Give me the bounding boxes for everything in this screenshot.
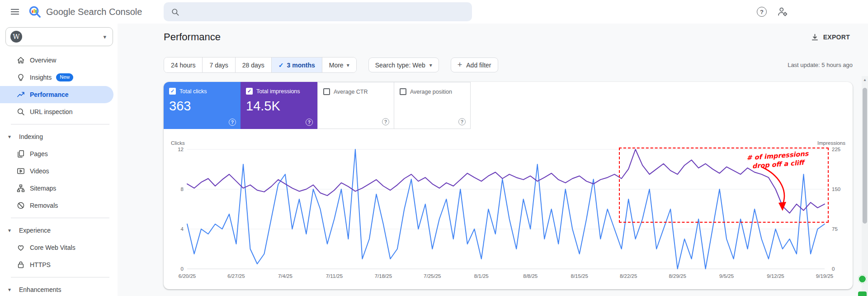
scroll-up-arrow-icon[interactable]: ▲ [862, 78, 868, 82]
search-icon [171, 8, 179, 16]
help-icon[interactable]: ? [382, 118, 389, 125]
divider [11, 218, 109, 218]
scrollbar-thumb[interactable] [863, 88, 867, 224]
svg-text:225: 225 [832, 147, 840, 152]
svg-text:Clicks: Clicks [171, 140, 185, 146]
sidebar-section-label: Enhancements [19, 286, 61, 293]
sidebar-item-pages[interactable]: Pages [0, 145, 113, 162]
svg-text:8/15/25: 8/15/25 [571, 273, 588, 279]
sidebar-item-videos[interactable]: Videos [0, 162, 113, 180]
chevron-down-icon: ▾ [8, 227, 14, 234]
more-ranges-button[interactable]: More ▾ [322, 57, 356, 72]
svg-text:8/29/25: 8/29/25 [669, 273, 686, 279]
range-chip-24-hours[interactable]: ✓ 24 hours [164, 57, 203, 72]
sidebar-item-removals[interactable]: Removals [0, 197, 113, 214]
svg-text:9/5/25: 9/5/25 [719, 273, 734, 279]
svg-text:150: 150 [832, 186, 840, 192]
property-selector[interactable]: W ▾ [5, 27, 113, 46]
export-button[interactable]: EXPORT [808, 33, 853, 42]
export-label: EXPORT [823, 33, 850, 41]
svg-text:12: 12 [178, 147, 184, 152]
sidebar-item-core-web-vitals[interactable]: Core Web Vitals [0, 239, 113, 256]
title-row: Performance EXPORT [164, 31, 853, 43]
sidebar-item-label: HTTPS [30, 261, 51, 268]
svg-text:4: 4 [181, 226, 184, 232]
sidebar-item-insights[interactable]: Insights New [0, 69, 113, 86]
checkbox-checked-icon[interactable]: ✓ [169, 88, 176, 95]
sidebar-nav: Overview Insights New Performance URL in… [0, 52, 118, 296]
pages-icon [16, 149, 25, 158]
extension-badge-icon[interactable] [858, 275, 867, 283]
svg-text:6/20/25: 6/20/25 [179, 273, 196, 279]
app-logo: Google Search Console [28, 5, 142, 19]
video-icon [16, 167, 25, 176]
plus-icon: + [458, 61, 462, 69]
svg-text:Impressions: Impressions [817, 140, 845, 146]
svg-text:9/12/25: 9/12/25 [767, 273, 784, 279]
date-range-group: ✓ 24 hours ✓ 7 days ✓ 28 days ✓ 3 months [164, 57, 357, 73]
add-filter-button[interactable]: + Add filter [451, 57, 498, 72]
hamburger-menu-button[interactable] [9, 6, 21, 18]
divider [11, 124, 109, 124]
sidebar-item-sitemaps[interactable]: Sitemaps [0, 180, 113, 197]
range-chip-3-months[interactable]: ✓ 3 months [272, 57, 322, 72]
sidebar-item-overview[interactable]: Overview [0, 52, 113, 69]
help-icon: ? [757, 7, 767, 17]
metric-value: 14.5K [246, 99, 312, 114]
metric-label: Total impressions [256, 88, 300, 95]
last-update-text: Last update: 5 hours ago [788, 62, 853, 68]
svg-text:7/11/25: 7/11/25 [326, 273, 343, 279]
svg-text:9/19/25: 9/19/25 [816, 273, 833, 279]
metric-label: Average position [410, 89, 452, 95]
chevron-down-icon: ▾ [8, 286, 14, 293]
metric-card-total-impressions[interactable]: ✓ Total impressions 14.5K ? [241, 82, 317, 129]
chevron-down-icon: ▾ [8, 134, 14, 140]
trending-up-icon [16, 90, 25, 99]
metric-card-total-clicks[interactable]: ✓ Total clicks 363 ? [164, 82, 241, 129]
checkbox-checked-icon[interactable]: ✓ [246, 88, 253, 95]
download-icon [811, 33, 819, 42]
sidebar-item-performance[interactable]: Performance [0, 86, 113, 103]
sidebar-section-label: Indexing [19, 133, 43, 140]
search-input[interactable] [185, 8, 465, 16]
user-settings-icon [777, 6, 788, 18]
help-button[interactable]: ? [757, 7, 767, 17]
search-type-dropdown[interactable]: Search type: Web ▾ [368, 57, 439, 72]
sidebar-item-https[interactable]: HTTPS [0, 256, 113, 273]
help-icon[interactable]: ? [229, 119, 236, 126]
svg-text:8/1/25: 8/1/25 [474, 273, 489, 279]
metric-card-average-ctr[interactable]: Average CTR ? [317, 82, 394, 129]
extension-badge-icon[interactable] [858, 291, 867, 296]
metric-card-average-position[interactable]: Average position ? [394, 82, 471, 129]
body-row: W ▾ Overview Insights New Performance [0, 24, 868, 296]
svg-text:6/27/25: 6/27/25 [227, 273, 245, 279]
hamburger-icon [10, 7, 20, 17]
sidebar-item-label: Videos [30, 167, 49, 175]
sidebar-item-url-inspection[interactable]: URL inspection [0, 103, 113, 120]
range-chip-7-days[interactable]: ✓ 7 days [203, 57, 235, 72]
vertical-scrollbar[interactable]: ▲ [862, 76, 868, 296]
performance-panel: ✓ Total clicks 363 ? ✓ Total impressions… [164, 82, 853, 289]
check-icon: ✓ [278, 62, 284, 69]
sidebar-item-label: Overview [30, 57, 56, 64]
wordpress-logo-icon: W [10, 31, 22, 43]
user-settings-button[interactable] [777, 6, 788, 18]
sidebar-section-enhancements[interactable]: ▾ Enhancements [0, 281, 118, 296]
lightbulb-icon [16, 73, 25, 82]
sidebar-section-label: Experience [19, 227, 51, 234]
home-icon [16, 56, 25, 65]
main-content: Performance EXPORT ✓ 24 hours ✓ 7 days [118, 24, 868, 296]
svg-text:7/25/25: 7/25/25 [424, 273, 441, 279]
help-icon[interactable]: ? [306, 119, 313, 126]
sidebar-section-experience[interactable]: ▾ Experience [0, 222, 118, 239]
help-icon[interactable]: ? [458, 118, 466, 125]
filter-row: ✓ 24 hours ✓ 7 days ✓ 28 days ✓ 3 months [164, 57, 853, 73]
sidebar-item-label: URL inspection [30, 108, 72, 115]
checkbox-unchecked-icon[interactable] [400, 88, 406, 95]
sidebar-section-indexing[interactable]: ▾ Indexing [0, 128, 118, 145]
global-search-bar[interactable] [164, 2, 472, 21]
top-bar: Google Search Console ? [0, 0, 868, 24]
checkbox-unchecked-icon[interactable] [323, 88, 330, 95]
range-chip-28-days[interactable]: ✓ 28 days [236, 57, 272, 72]
svg-text:8: 8 [181, 186, 184, 192]
